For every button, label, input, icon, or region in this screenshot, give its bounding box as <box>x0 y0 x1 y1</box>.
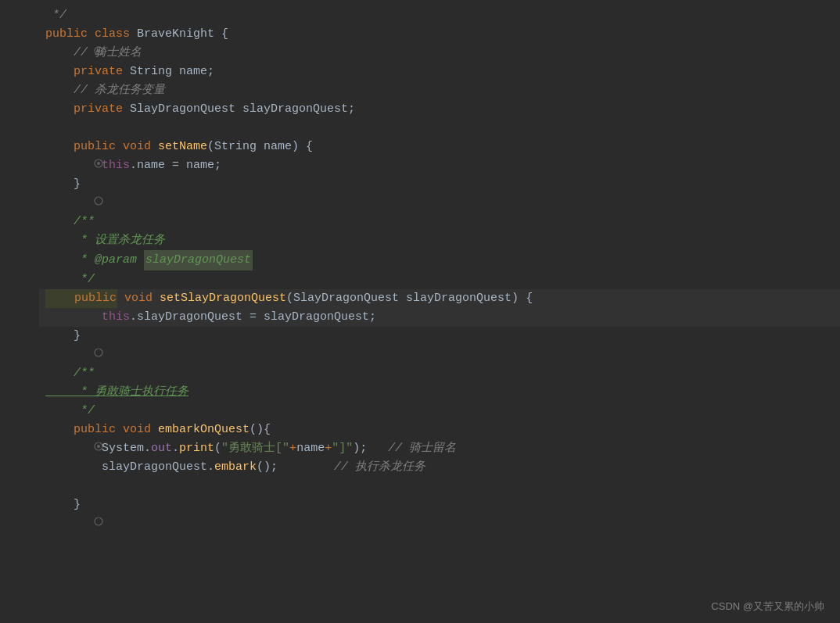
code-line <box>39 477 840 496</box>
watermark: CSDN @又苦又累的小帅 <box>711 599 824 615</box>
code-line: */ <box>39 402 840 421</box>
code-line <box>39 346 840 364</box>
svg-point-10 <box>95 517 102 525</box>
code-line: slayDragonQuest.embark(); // 执行杀龙任务 <box>39 458 840 477</box>
gutter <box>0 0 39 623</box>
code-line <box>39 194 840 213</box>
code-line: */ <box>39 6 840 25</box>
code-line <box>39 119 840 138</box>
code-line: * 勇敢骑士执行任务 <box>39 383 840 402</box>
code-line: private SlayDragonQuest slayDragonQuest; <box>39 100 840 119</box>
code-line: public void setName(String name) { <box>39 138 840 156</box>
code-line: * @param slayDragonQuest <box>39 250 840 270</box>
fold-close-icon[interactable] <box>52 496 103 552</box>
code-line: this.name = name; <box>39 156 840 175</box>
code-line: this.slayDragonQuest = slayDragonQuest; <box>39 308 840 327</box>
code-line: System.out.print("勇敢骑士["+name+"]"); // 骑… <box>39 439 840 458</box>
code-line: /** <box>39 213 840 231</box>
code-line: /** <box>39 364 840 383</box>
code-line: } <box>39 327 840 346</box>
code-line: } <box>39 496 840 514</box>
code-line: // 骑士姓名 <box>39 44 840 63</box>
code-line-highlighted: public void setSlayDragonQuest(SlayDrago… <box>39 289 840 308</box>
code-line: private String name; <box>39 63 840 81</box>
code-line: public class BraveKnight { <box>39 25 840 44</box>
code-editor: */ public class BraveKnight { // 骑士姓名 pr… <box>0 0 840 623</box>
code-line: public void embarkOnQuest(){ <box>39 421 840 439</box>
code-line: } <box>39 175 840 194</box>
code-line: * 设置杀龙任务 <box>39 231 840 250</box>
code-line: */ <box>39 270 840 289</box>
code-line: // 杀龙任务变量 <box>39 81 840 100</box>
